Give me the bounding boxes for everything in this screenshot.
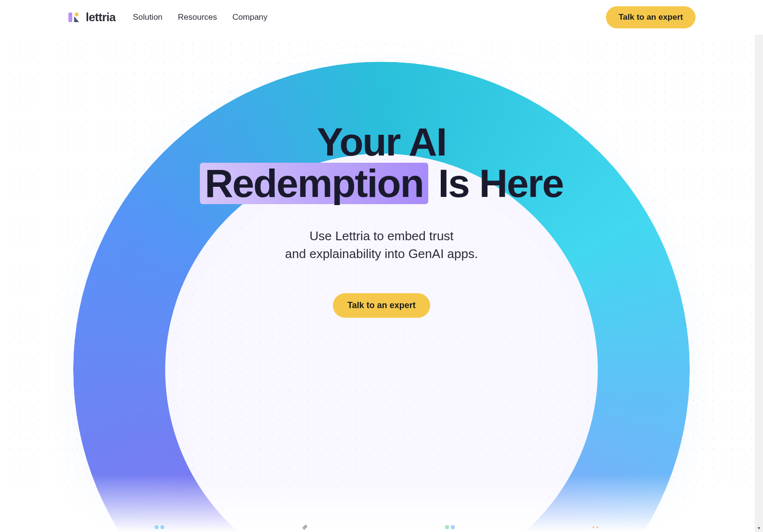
top-nav: lettria Solution Resources Company Talk … [0, 0, 763, 35]
hero-subheadline: Use Lettria to embed trust and explainab… [285, 227, 478, 262]
partner-logo-2 [276, 522, 334, 532]
partner-logo-1 [131, 522, 188, 532]
headline-rest: Is Here [428, 161, 563, 205]
headline-highlight: Redemption [200, 163, 428, 204]
partner-logo-3 [421, 522, 479, 532]
nav-link-solution[interactable]: Solution [133, 13, 162, 22]
brand-name: lettria [86, 11, 116, 24]
partner-logo-4 [566, 522, 624, 532]
brand-logo-icon [67, 11, 81, 24]
hero-cta-button[interactable]: Talk to an expert [333, 293, 430, 318]
nav-cta-button[interactable]: Talk to an expert [606, 6, 696, 28]
brand-logo-link[interactable]: lettria [67, 11, 116, 24]
hero-section: Your AI Redemption Is Here Use Lettria t… [0, 35, 763, 532]
headline-line1: Your AI [317, 120, 446, 164]
nav-link-resources[interactable]: Resources [178, 13, 217, 22]
nav-links: Solution Resources Company [133, 13, 267, 22]
hero-content: Your AI Redemption Is Here Use Lettria t… [0, 35, 763, 318]
scrollbar-down-button[interactable]: ▾ [755, 524, 763, 532]
sub-line1: Use Lettria to embed trust [309, 229, 453, 243]
partner-logos-row [0, 508, 755, 532]
svg-rect-0 [68, 13, 72, 22]
nav-link-company[interactable]: Company [233, 13, 268, 22]
sub-line2: and explainability into GenAI apps. [285, 247, 478, 261]
hero-headline: Your AI Redemption Is Here [200, 121, 563, 204]
svg-point-1 [75, 13, 79, 16]
